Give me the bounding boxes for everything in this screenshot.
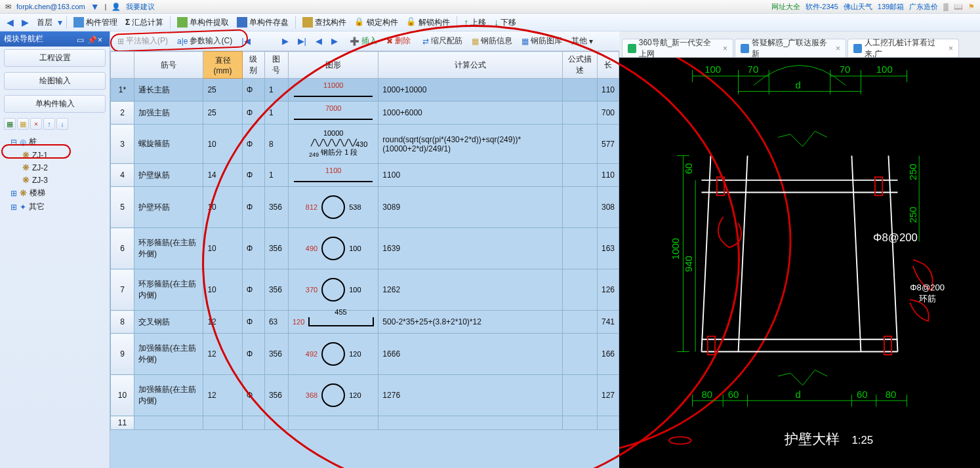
- cell[interactable]: 10: [203, 228, 242, 269]
- table-row[interactable]: 5护壁环筋10Φ3568125383089308: [111, 187, 619, 228]
- mini-copy[interactable]: ▦: [17, 118, 29, 130]
- cell[interactable]: 10: [111, 375, 134, 416]
- cell[interactable]: 环形箍筋(在主筋外侧): [134, 228, 203, 269]
- cell[interactable]: round(sqrt(sqr(pi*(430+2*d))+sqr(249))*(…: [378, 125, 563, 164]
- cell[interactable]: 1666: [378, 334, 563, 375]
- cell[interactable]: 1000+10000: [378, 79, 563, 102]
- flag-icon[interactable]: ⚑: [968, 3, 975, 11]
- cell[interactable]: 1100: [378, 164, 563, 187]
- cell[interactable]: Φ: [242, 334, 264, 375]
- cell[interactable]: [563, 102, 598, 125]
- cell[interactable]: 3089: [378, 187, 563, 228]
- cell[interactable]: 10000∕\∕\∕\∕\∕\∕430249 钢筋分 1 段: [289, 125, 378, 164]
- col-header[interactable]: 公式描述: [563, 52, 598, 79]
- table-row[interactable]: 7环形箍筋(在主筋内侧)10Φ3563701001262126: [111, 269, 619, 311]
- mini-down[interactable]: ↓: [56, 118, 68, 130]
- tab-2[interactable]: 人工挖孔桩计算看过来,广×: [847, 39, 959, 57]
- cell[interactable]: 356: [264, 228, 288, 269]
- cell[interactable]: 1: [264, 164, 288, 187]
- cell[interactable]: [203, 416, 242, 430]
- btn-param-input[interactable]: a|e参数输入(C): [174, 34, 235, 48]
- cell[interactable]: 交叉钢筋: [134, 311, 203, 334]
- cell[interactable]: [597, 416, 619, 430]
- dropdown-icon[interactable]: ▼: [91, 1, 100, 12]
- cell[interactable]: 加强箍筋(在主筋内侧): [134, 375, 203, 416]
- cell[interactable]: 356: [264, 334, 288, 375]
- cell[interactable]: 1639: [378, 228, 563, 269]
- cell[interactable]: 1*: [111, 79, 134, 102]
- col-header[interactable]: 长: [597, 52, 619, 79]
- tool-summary[interactable]: Σ汇总计算: [123, 16, 166, 29]
- cell[interactable]: [563, 375, 598, 416]
- cell[interactable]: 1: [264, 102, 288, 125]
- nav-fwd[interactable]: ▶: [19, 16, 31, 29]
- cell[interactable]: 护壁环筋: [134, 187, 203, 228]
- cell[interactable]: 1276: [378, 375, 563, 416]
- col-header[interactable]: 筋号: [134, 52, 203, 79]
- btn-scale[interactable]: ⇄缩尺配筋: [419, 34, 466, 48]
- cell[interactable]: 9: [111, 334, 134, 375]
- cell[interactable]: Φ: [242, 269, 264, 311]
- cell[interactable]: Φ: [242, 375, 264, 416]
- cell[interactable]: 8: [111, 311, 134, 334]
- cell[interactable]: 163: [597, 228, 619, 269]
- col-header[interactable]: 图号: [264, 52, 288, 79]
- btn-project-settings[interactable]: 工程设置: [4, 49, 106, 67]
- mini-close[interactable]: ×: [30, 118, 42, 130]
- nav-back[interactable]: ◀: [4, 16, 16, 29]
- cell[interactable]: 7000: [289, 102, 378, 125]
- btn-insert[interactable]: ➕插入: [346, 34, 380, 48]
- col-header[interactable]: 直径(mm): [203, 52, 242, 79]
- cell[interactable]: 加强主筋: [134, 102, 203, 125]
- col-header[interactable]: 级别: [242, 52, 264, 79]
- close-icon[interactable]: ×: [723, 44, 727, 53]
- cell[interactable]: 356: [264, 375, 288, 416]
- cell[interactable]: [563, 125, 598, 164]
- btn-single-input[interactable]: 单构件输入: [4, 95, 106, 113]
- cell[interactable]: 12: [203, 311, 242, 334]
- table-row[interactable]: 2加强主筋25Φ170001000+6000700: [111, 102, 619, 125]
- btn-rebar-lib[interactable]: ▦钢筋图库: [518, 34, 565, 48]
- cell[interactable]: 7: [111, 269, 134, 311]
- floor-selector[interactable]: 首层: [34, 16, 55, 29]
- cell[interactable]: [563, 187, 598, 228]
- cell[interactable]: 1000+6000: [378, 102, 563, 125]
- table-row[interactable]: 1*通长主筋25Φ1110001000+10000110: [111, 79, 619, 102]
- tree-item-zj2[interactable]: ❋ZJ-2: [3, 161, 107, 174]
- cell[interactable]: 492120: [289, 334, 378, 375]
- cell[interactable]: 368120: [289, 375, 378, 416]
- nav-link-0[interactable]: 网址大全: [771, 2, 800, 12]
- cell[interactable]: [563, 164, 598, 187]
- nav-link-3[interactable]: 139邮箱: [878, 2, 904, 12]
- tool-moveup[interactable]: ↑上移: [461, 16, 489, 29]
- cell[interactable]: Φ: [242, 102, 264, 125]
- cell[interactable]: 166: [597, 334, 619, 375]
- dropdown-icon[interactable]: ▾: [58, 17, 62, 28]
- cell[interactable]: Φ: [242, 311, 264, 334]
- cell[interactable]: 11: [111, 416, 134, 430]
- tab-1[interactable]: 答疑解惑_广联达服务新×: [735, 39, 846, 57]
- pin-icon[interactable]: 📌: [87, 35, 95, 43]
- close-icon[interactable]: ×: [949, 44, 953, 53]
- cell[interactable]: Φ: [242, 79, 264, 102]
- cell[interactable]: 356: [264, 269, 288, 311]
- nav-first[interactable]: |◀: [238, 35, 253, 47]
- cell[interactable]: 12: [203, 334, 242, 375]
- close-icon[interactable]: ×: [836, 44, 840, 53]
- cell[interactable]: 63: [264, 311, 288, 334]
- cell[interactable]: [563, 311, 598, 334]
- cell[interactable]: Φ: [242, 125, 264, 164]
- table-row[interactable]: 8交叉钢筋12Φ63120455500-2*35+25+(3.8+2*10)*1…: [111, 311, 619, 334]
- nav-prev2[interactable]: ◀: [312, 35, 325, 47]
- col-header[interactable]: 图形: [289, 52, 378, 79]
- cell[interactable]: 1: [264, 79, 288, 102]
- cell[interactable]: [242, 416, 264, 430]
- tool-lock[interactable]: 🔒锁定构件: [352, 16, 401, 29]
- cell[interactable]: 6: [111, 228, 134, 269]
- cell[interactable]: 127: [597, 375, 619, 416]
- cell[interactable]: [289, 416, 378, 430]
- tool-find[interactable]: 查找构件: [300, 16, 349, 29]
- cell[interactable]: [378, 416, 563, 430]
- col-header[interactable]: [111, 52, 134, 79]
- cell[interactable]: 25: [203, 79, 242, 102]
